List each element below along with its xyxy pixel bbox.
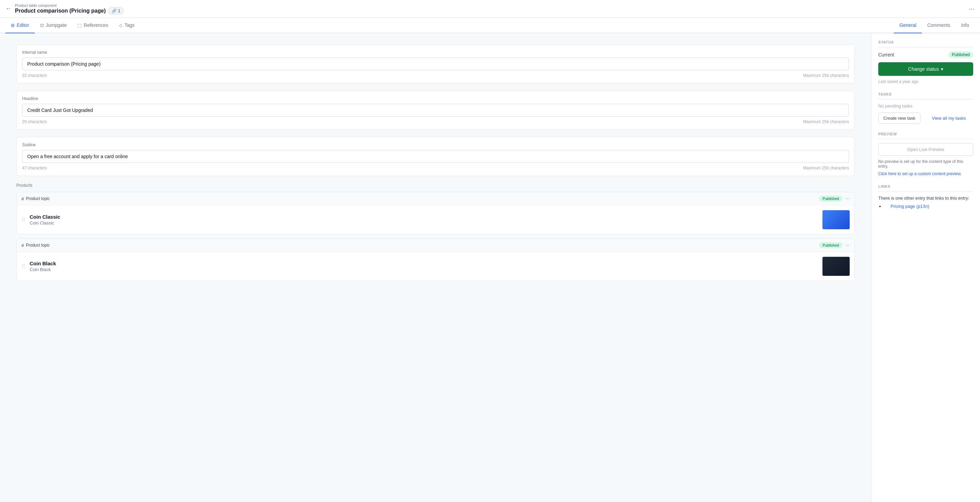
product-card-more-2[interactable]: ··· (845, 242, 850, 248)
internal-name-field-group: Internal name 33 characters Maximum 256 … (16, 44, 855, 84)
headline-char-count: 29 characters (22, 119, 47, 124)
subline-label: Subline (22, 143, 849, 147)
tasks-section: TASKS No pending tasks Create new task V… (878, 92, 973, 124)
tab-references[interactable]: ⬚ References (72, 18, 114, 33)
preview-section: PREVIEW Open Live Preview No preview is … (878, 132, 973, 176)
preview-note: No preview is set up for the content typ… (878, 159, 973, 169)
list-item: Pricing page (p13n) (885, 203, 973, 209)
product-type-icon-1: # (21, 196, 24, 201)
headline-max: Maximum 256 characters (803, 119, 849, 124)
product-type-label-2: Product topic (26, 243, 819, 248)
chevron-down-icon: ▾ (941, 66, 943, 72)
products-section-label: Products (16, 183, 855, 188)
current-label: Current (878, 52, 894, 57)
topbar: ← Product table component Product compar… (0, 0, 980, 18)
status-row: Current Published (878, 51, 973, 58)
product-subtitle-2: Coin Black (30, 267, 818, 272)
change-status-button[interactable]: Change status ▾ (878, 62, 973, 76)
create-task-button[interactable]: Create new task (878, 113, 920, 124)
left-tabs: ⊞ Editor ⊡ Jumpgate ⬚ References ◇ Tags (5, 18, 140, 33)
breadcrumb: Product table component (15, 3, 123, 8)
internal-name-input[interactable] (22, 57, 849, 70)
set-up-preview-link[interactable]: Click here to set up a custom content pr… (878, 172, 962, 176)
headline-input[interactable] (22, 104, 849, 117)
product-image-1 (822, 210, 850, 229)
page-title: Product comparison (Pricing page) (15, 8, 106, 14)
product-card-body-1: ⠿ Coin Classic Coin Classic (17, 205, 854, 234)
links-note: There is one other entry that links to t… (878, 195, 973, 201)
tab-general[interactable]: General (894, 18, 922, 33)
tab-comments[interactable]: Comments (922, 18, 956, 33)
product-card-header-1: # Product topic Published ··· (17, 192, 854, 205)
product-name-2: Coin Black (30, 261, 818, 266)
product-card-header-2: # Product topic Published ··· (17, 239, 854, 252)
no-pending-tasks: No pending tasks (878, 103, 973, 108)
drag-handle-1[interactable]: ⠿ (21, 217, 25, 223)
product-card-more-1[interactable]: ··· (845, 195, 850, 202)
tasks-actions: Create new task View all my tasks (878, 113, 973, 124)
editor-icon: ⊞ (11, 23, 14, 28)
references-icon: ⬚ (78, 23, 82, 28)
subline-meta: 47 characters Maximum 256 characters (22, 166, 849, 170)
tags-icon: ◇ (119, 23, 123, 28)
product-subtitle-1: Coin Classic (30, 221, 818, 226)
links-section: LINKS There is one other entry that link… (878, 184, 973, 209)
link-badge[interactable]: 🔗 1 (108, 8, 124, 14)
tasks-section-title: TASKS (878, 92, 973, 99)
subline-char-count: 47 characters (22, 166, 47, 170)
links-section-title: LINKS (878, 184, 973, 191)
headline-meta: 29 characters Maximum 256 characters (22, 119, 849, 124)
jumpgate-icon: ⊡ (40, 23, 44, 28)
headline-field-group: Headline 29 characters Maximum 256 chara… (16, 91, 855, 130)
tab-tags[interactable]: ◇ Tags (114, 18, 140, 33)
internal-name-char-count: 33 characters (22, 73, 47, 78)
product-info-1: Coin Classic Coin Classic (30, 214, 818, 226)
internal-name-label: Internal name (22, 50, 849, 55)
link-icon: 🔗 (111, 8, 117, 13)
product-card-body-2: ⠿ Coin Black Coin Black (17, 252, 854, 281)
app-container: ← Product table component Product compar… (0, 0, 980, 502)
subline-max: Maximum 256 characters (803, 166, 849, 170)
subline-input[interactable] (22, 150, 849, 163)
product-card: # Product topic Published ··· ⠿ Coin Cla… (16, 192, 855, 234)
internal-name-meta: 33 characters Maximum 256 characters (22, 73, 849, 78)
status-section: STATUS Current Published Change status ▾… (878, 40, 973, 84)
preview-section-title: PREVIEW (878, 132, 973, 139)
tab-info[interactable]: Info (956, 18, 975, 33)
topbar-meta: Product table component Product comparis… (15, 3, 123, 14)
tab-editor[interactable]: ⊞ Editor (5, 18, 35, 33)
editor-area: Internal name 33 characters Maximum 256 … (0, 33, 871, 502)
right-tabs: General Comments Info (894, 18, 975, 33)
headline-label: Headline (22, 96, 849, 101)
pricing-page-link[interactable]: Pricing page (p13n) (885, 204, 929, 209)
products-section: Products # Product topic Published ··· ⠿… (16, 183, 855, 281)
status-section-title: STATUS (878, 40, 973, 47)
subline-field-group: Subline 47 characters Maximum 256 charac… (16, 137, 855, 176)
product-card-2: # Product topic Published ··· ⠿ Coin Bla… (16, 238, 855, 281)
open-live-preview-button[interactable]: Open Live Preview (878, 143, 973, 156)
main-layout: Internal name 33 characters Maximum 256 … (0, 33, 980, 502)
view-all-tasks-link[interactable]: View all my tasks (924, 116, 973, 121)
drag-handle-2[interactable]: ⠿ (21, 263, 25, 270)
published-badge: Published (948, 51, 973, 58)
right-sidebar: STATUS Current Published Change status ▾… (871, 33, 980, 502)
internal-name-max: Maximum 256 characters (803, 73, 849, 78)
product-image-2 (822, 257, 850, 276)
links-list: Pricing page (p13n) (878, 203, 973, 209)
tab-nav: ⊞ Editor ⊡ Jumpgate ⬚ References ◇ Tags … (0, 18, 980, 33)
more-menu-button[interactable]: ··· (969, 5, 975, 13)
status-badge-2: Published (819, 242, 842, 248)
product-info-2: Coin Black Coin Black (30, 261, 818, 272)
product-type-icon-2: # (21, 243, 24, 248)
product-name-1: Coin Classic (30, 214, 818, 220)
status-badge-1: Published (819, 195, 842, 202)
product-type-label-1: Product topic (26, 196, 819, 201)
back-button[interactable]: ← (5, 5, 11, 12)
tab-jumpgate[interactable]: ⊡ Jumpgate (35, 18, 72, 33)
last-saved-text: Last saved a year ago (878, 79, 973, 84)
